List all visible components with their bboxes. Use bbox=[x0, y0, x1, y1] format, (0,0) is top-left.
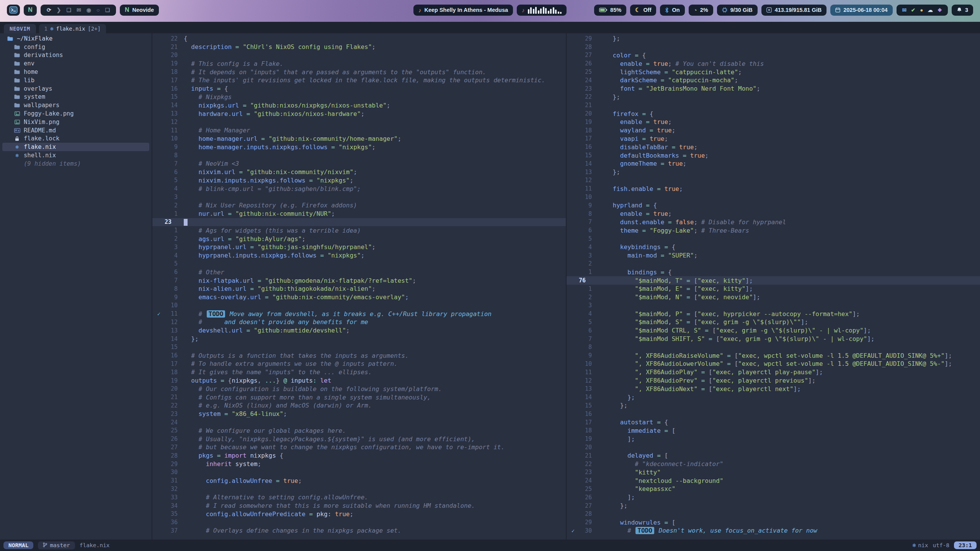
tree-item-system[interactable]: system bbox=[2, 93, 149, 101]
night-light-widget[interactable]: ☾ Off bbox=[630, 5, 656, 16]
code-line[interactable]: 1 nur.url = "github:nix-community/NUR"; bbox=[152, 210, 566, 218]
code-line[interactable]: 21 bbox=[567, 101, 980, 109]
git-branch[interactable]: master bbox=[38, 541, 75, 549]
code-line[interactable]: 24 darkScheme = "catppuccin-mocha"; bbox=[567, 76, 980, 85]
code-line[interactable]: 26 enable = true; # You can't disable th… bbox=[567, 59, 980, 68]
code-line[interactable]: 6 "$mainMod CTRL, S" = ["exec, grim -g \… bbox=[567, 326, 980, 335]
disk-widget[interactable]: 413.19/915.81 GiB bbox=[761, 5, 827, 16]
code-line[interactable]: 12 bbox=[567, 176, 980, 185]
code-line[interactable]: 22 # e.g. NixOS (linux) and MacOS (darwi… bbox=[152, 401, 566, 410]
tree-item-flake.lock[interactable]: flake.lock bbox=[2, 135, 149, 143]
code-line[interactable]: 14 gnomeTheme = true; bbox=[567, 160, 980, 168]
code-line[interactable]: 37 # Overlays define changes in the nixp… bbox=[152, 527, 566, 535]
workspace-window-icon[interactable]: ❏ bbox=[66, 7, 71, 13]
tree-item-lib[interactable]: lib bbox=[2, 76, 149, 85]
code-line[interactable]: 13 ", XF86AudioNext" = ["exec, playerctl… bbox=[567, 385, 980, 393]
code-line[interactable]: 23 "kitty" bbox=[567, 468, 980, 476]
code-line[interactable]: 19 outputs = {nixpkgs, ...} @ inputs: le… bbox=[152, 377, 566, 385]
tree-item-home[interactable]: home bbox=[2, 68, 149, 76]
code-line[interactable]: 32 bbox=[152, 485, 566, 493]
code-line[interactable]: 26 # Usually, "nixpkgs.legacyPackages.${… bbox=[152, 435, 566, 443]
code-line[interactable]: 18 immediate = [ bbox=[567, 426, 980, 435]
code-line[interactable]: 21 description = "ChUrl's NixOS config u… bbox=[152, 43, 566, 51]
apps-tray-icon[interactable]: ❖ bbox=[938, 7, 942, 13]
code-line[interactable]: 21 delayed = [ bbox=[567, 452, 980, 460]
tree-item-env[interactable]: env bbox=[2, 59, 149, 68]
bluetooth-widget[interactable]: On bbox=[660, 5, 684, 16]
code-line[interactable]: 2 "$mainMod, N" = ["exec, neovide"]; bbox=[567, 293, 980, 302]
tree-item-wallpapers[interactable]: wallpapers bbox=[2, 101, 149, 109]
code-line[interactable]: 7 nix-flatpak.url = "github:gmodena/nix-… bbox=[152, 276, 566, 285]
code-line[interactable]: 22 }; bbox=[567, 93, 980, 101]
code-line[interactable]: 8 enable = true; bbox=[567, 210, 980, 218]
code-line[interactable]: 5 bbox=[567, 235, 980, 243]
code-line[interactable]: 28 pkgs = import nixpkgs { bbox=[152, 452, 566, 460]
code-line[interactable]: 4 "$mainMod, P" = ["exec, hyprpicker --a… bbox=[567, 310, 980, 318]
cloud-tray-icon[interactable]: ☁ bbox=[928, 7, 933, 13]
code-line[interactable]: 13 devshell.url = "github:numtide/devshe… bbox=[152, 326, 566, 335]
code-line[interactable]: 24 "nextcloud --background" bbox=[567, 476, 980, 485]
code-line[interactable]: 15 }; bbox=[567, 401, 980, 410]
code-line[interactable]: 16 inputs = { bbox=[152, 85, 566, 93]
code-line[interactable]: 12 bbox=[152, 118, 566, 126]
code-line[interactable]: 1 # Ags for widgets (this was a terrible… bbox=[152, 226, 566, 235]
code-line[interactable]: 6 nixvim.url = "github:nix-community/nix… bbox=[152, 168, 566, 176]
code-line[interactable]: 9 hyprland = { bbox=[567, 201, 980, 210]
tree-item-flake.nix[interactable]: ❄flake.nix bbox=[2, 143, 149, 151]
code-line[interactable]: 2 bbox=[567, 260, 980, 268]
code-line[interactable]: 30 bbox=[152, 468, 566, 476]
code-line[interactable]: 7 dunst.enable = false; # Disable for hy… bbox=[567, 218, 980, 227]
code-line[interactable]: 14 }; bbox=[567, 393, 980, 401]
code-line[interactable]: 3 hyprpanel.url = "github:jas-singhfsu/h… bbox=[152, 243, 566, 251]
code-line[interactable]: 8 bbox=[567, 343, 980, 351]
code-line[interactable]: 22{ bbox=[152, 34, 566, 43]
battery-widget[interactable]: 85% bbox=[594, 5, 626, 16]
code-line[interactable]: 24 bbox=[152, 418, 566, 427]
code-line[interactable]: 11 # Home Manager bbox=[152, 126, 566, 135]
code-line[interactable]: 3 bbox=[152, 193, 566, 201]
code-line[interactable]: 22 # "kdeconnect-indicator" bbox=[567, 460, 980, 468]
code-line[interactable]: 10 bbox=[567, 193, 980, 201]
code-line[interactable]: 31 config.allowUnfree = true; bbox=[152, 476, 566, 485]
code-line[interactable]: 3 bbox=[567, 302, 980, 310]
code-line[interactable]: 6 # Other bbox=[152, 268, 566, 276]
code-line[interactable]: 23 system = "x86_64-linux"; bbox=[152, 410, 566, 418]
workspace-circle-icon[interactable]: ○ bbox=[96, 7, 100, 13]
code-line[interactable]: 28 bbox=[567, 510, 980, 518]
code-line[interactable]: 20 firefox = { bbox=[567, 109, 980, 118]
code-line[interactable]: 27 }; bbox=[567, 502, 980, 510]
now-playing[interactable]: ♪ Keep Shelly In Athens - Medusa bbox=[413, 5, 513, 16]
code-line[interactable]: 20 # Our configuration is buildable on t… bbox=[152, 385, 566, 393]
code-line[interactable]: 15 bbox=[152, 343, 566, 351]
code-line[interactable]: 9 home-manager.inputs.nixpkgs.follows = … bbox=[152, 143, 566, 151]
code-line[interactable]: 8 nix-alien.url = "github:thiagokokada/n… bbox=[152, 285, 566, 293]
tree-item-config[interactable]: config bbox=[2, 43, 149, 51]
code-line[interactable]: 36 bbox=[152, 518, 566, 527]
code-line[interactable]: 2 ags.url = "github:Aylur/ags"; bbox=[152, 235, 566, 243]
code-line[interactable]: 18 # It gives the name "inputs" to the .… bbox=[152, 368, 566, 377]
cursor-line[interactable]: 76 "$mainMod, T" = ["exec, kitty"]; bbox=[567, 276, 980, 285]
code-line[interactable]: 6 theme = "Foggy-Lake"; # Three-Bears bbox=[567, 226, 980, 235]
code-line[interactable]: 17 autostart = { bbox=[567, 418, 980, 427]
code-line[interactable]: 34 # I read somewhere that this is more … bbox=[152, 502, 566, 510]
code-line[interactable]: 19 ]; bbox=[567, 435, 980, 443]
code-line[interactable]: 4 keybindings = { bbox=[567, 243, 980, 251]
code-line[interactable]: 21 # Configs can support more than a sin… bbox=[152, 393, 566, 401]
workspace-window-icon[interactable]: ❏ bbox=[105, 7, 110, 13]
code-line[interactable]: 29 windowrules = [ bbox=[567, 518, 980, 527]
code-line[interactable]: 4 # blink-cmp.url = "github:saghen/blink… bbox=[152, 184, 566, 193]
code-line[interactable]: 29 }; bbox=[567, 34, 980, 43]
terminal-launcher[interactable] bbox=[7, 5, 20, 16]
code-line[interactable]: 14 nixpkgs.url = "github:nixos/nixpkgs/n… bbox=[152, 101, 566, 109]
code-line[interactable]: 4 hyprpanel.inputs.nixpkgs.follows = "ni… bbox=[152, 251, 566, 260]
code-line[interactable]: 20 bbox=[567, 443, 980, 452]
code-line[interactable]: 19 enable = true; bbox=[567, 118, 980, 126]
code-line[interactable]: 2 # Nix User Repository (e.g. Firefox ad… bbox=[152, 201, 566, 210]
code-line[interactable]: 7 "$mainMod SHIFT, S" = ["exec, grim -g … bbox=[567, 335, 980, 343]
code-line[interactable]: 15 defaultBookmarks = true; bbox=[567, 151, 980, 160]
active-window[interactable]: N Neovide bbox=[120, 5, 159, 16]
code-line[interactable]: 33 # Alternative to setting config.allow… bbox=[152, 493, 566, 502]
code-line[interactable]: 16 bbox=[567, 410, 980, 418]
code-line[interactable]: 11 ", XF86AudioPlay" = ["exec, playerctl… bbox=[567, 368, 980, 377]
code-line[interactable]: 35 config.allowUnfreePredicate = pkg: tr… bbox=[152, 510, 566, 518]
